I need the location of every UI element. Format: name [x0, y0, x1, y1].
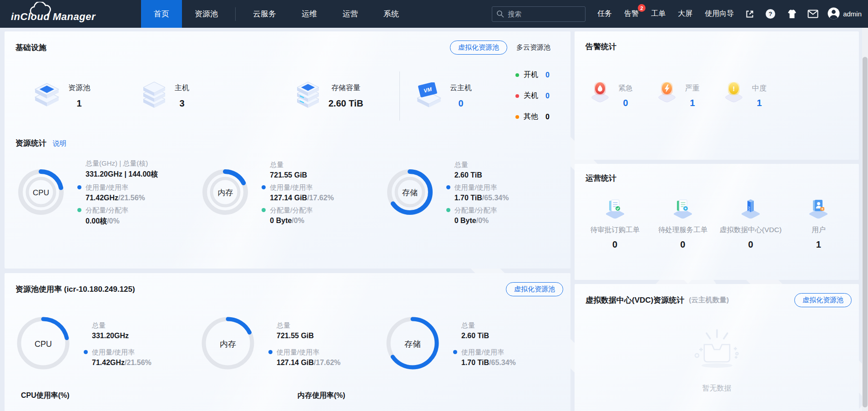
menu-item-system[interactable]: 系统 — [371, 0, 412, 28]
stat-resource-pool[interactable]: 资源池1 — [33, 82, 141, 110]
vdc-building-icon — [740, 197, 762, 221]
menu-item-cloud-service[interactable]: 云服务 — [240, 0, 289, 28]
stat-label: 资源池 — [68, 83, 90, 93]
alarm-count-badge: 2 — [638, 4, 646, 12]
resource-stats-title: 资源统计 — [15, 138, 46, 148]
op-pending-services[interactable]: 待处理服务工单 0 — [649, 197, 717, 250]
quick-links: 任务 告警2 工单 大屏 使用向导 — [597, 0, 734, 28]
operation-stats-title: 运营统计 — [585, 174, 616, 183]
stat-host[interactable]: 主机3 — [141, 81, 295, 111]
pool-usage-donut-row: CPU 总量331.20GHz 使用量/使用率71.42GHz/21.56% — [5, 296, 570, 372]
status-row-off[interactable]: 关机0 — [515, 91, 550, 101]
storage-usage-group: 存储 总量2.60 TiB 使用量/使用率1.70 TiB/65.34% — [386, 316, 570, 372]
vdc-header: 虚拟数据中心(VDC)资源统计 (云主机数量) 虚拟化资源池 — [575, 284, 859, 307]
search-input[interactable] — [492, 6, 585, 22]
infrastructure-header: 基础设施 虚拟化资源池 多云资源池 — [5, 31, 570, 55]
alert-label: 严重 — [685, 84, 700, 93]
tab-virtualization-pool[interactable]: 虚拟化资源池 — [450, 41, 507, 55]
blue-dot — [77, 185, 81, 189]
cpu-usage-group: CPU 总量331.20GHz 使用量/使用率71.42GHz/21.56% — [16, 316, 201, 372]
shirt-icon[interactable] — [786, 9, 797, 19]
cpu-donut-chart: CPU — [17, 168, 65, 218]
scrollbar-thumb[interactable] — [863, 57, 868, 407]
status-value: 0 — [545, 71, 550, 79]
service-ticket-icon — [672, 197, 694, 221]
op-vdc-count[interactable]: 虚拟数据中心(VDC) 0 — [717, 197, 785, 250]
total-row: 总量2.60 TiB — [446, 161, 509, 179]
stat-value: 1 — [76, 98, 81, 109]
op-value: 1 — [816, 239, 821, 250]
pool-usage-title: 资源池使用率 (icr-10.180.249.125) — [15, 284, 135, 294]
red-status-dot — [515, 94, 519, 98]
op-pending-orders[interactable]: 待审批订购工单 0 — [581, 197, 649, 250]
scrollbar-track[interactable] — [862, 28, 868, 411]
left-column: 基础设施 虚拟化资源池 多云资源池 资源池1 — [5, 31, 570, 411]
alert-critical[interactable]: 紧急0 — [588, 79, 655, 108]
status-value: 0 — [545, 92, 550, 100]
op-label: 待处理服务工单 — [658, 225, 708, 235]
alert-major[interactable]: 严重1 — [655, 79, 722, 108]
blue-dot — [453, 350, 457, 354]
stat-storage-capacity[interactable]: 存储容量2.60 TiB — [295, 81, 384, 111]
storage-donut-chart: 存储 — [386, 168, 434, 218]
vm-status-list: 开机0 关机0 其他0 — [515, 70, 550, 122]
status-row-on[interactable]: 开机0 — [515, 70, 550, 80]
alert-moderate[interactable]: ! 中度1 — [722, 79, 789, 108]
cpu-stat-group: CPU 总量(GHz) | 总量(核)331.20GHz | 144.00核 使… — [17, 159, 202, 226]
stat-label: 存储容量 — [331, 83, 360, 93]
guide-link[interactable]: 使用向导 — [705, 9, 734, 19]
op-label: 虚拟数据中心(VDC) — [720, 225, 782, 235]
blue-dot — [262, 185, 266, 189]
svg-text:?: ? — [769, 10, 772, 17]
big-screen-link[interactable]: 大屏 — [678, 9, 692, 19]
svg-text:!: ! — [733, 85, 735, 92]
op-value: 0 — [612, 239, 617, 250]
menu-divider — [235, 7, 236, 21]
usage-row: 使用量/使用率1.70 TiB/65.34% — [446, 183, 509, 202]
external-link-icon[interactable] — [745, 9, 755, 19]
help-link[interactable]: 说明 — [53, 139, 66, 148]
empty-box-icon — [683, 324, 751, 379]
alarms-link[interactable]: 告警2 — [624, 9, 639, 19]
resource-pool-icon — [33, 82, 61, 110]
status-row-other[interactable]: 其他0 — [515, 112, 550, 122]
menu-item-operation[interactable]: 运营 — [330, 0, 371, 28]
stat-value: 3 — [179, 98, 184, 109]
critical-alarm-icon — [588, 79, 614, 106]
alloc-row: 分配量/分配率0 Byte/0% — [446, 206, 509, 225]
main-menu: 首页 资源池 云服务 运维 运营 系统 — [141, 0, 412, 28]
mail-icon[interactable] — [807, 10, 818, 18]
total-row: 总量(GHz) | 总量(核)331.20GHz | 144.00核 — [77, 159, 158, 179]
alloc-row: 分配量/分配率0.00核/0% — [77, 206, 158, 226]
usage-row: 使用量/使用率71.42GHz/21.56% — [77, 183, 158, 202]
tasks-link[interactable]: 任务 — [597, 9, 612, 19]
usage-row: 使用量/使用率127.14 GiB/17.62% — [262, 183, 334, 202]
resource-donut-row: CPU 总量(GHz) | 总量(核)331.20GHz | 144.00核 使… — [5, 148, 570, 226]
alloc-row: 分配量/分配率0 Byte/0% — [262, 206, 334, 225]
blue-dot — [268, 350, 273, 354]
chart-titles-row: CPU使用率(%) 内存使用率(%) — [5, 391, 570, 401]
alert-value: 0 — [623, 98, 628, 108]
moderate-alarm-icon: ! — [722, 79, 747, 106]
tickets-link[interactable]: 工单 — [651, 9, 666, 19]
user-menu[interactable]: admin — [828, 0, 862, 28]
menu-item-ops[interactable]: 运维 — [289, 0, 330, 28]
menu-item-home[interactable]: 首页 — [141, 0, 182, 28]
tab-multicloud-pool[interactable]: 多云资源池 — [516, 43, 550, 52]
top-navbar: inCloud Manager 首页 资源池 云服务 运维 运营 系统 任务 告… — [0, 0, 868, 28]
blue-dot — [446, 185, 450, 189]
avatar-icon — [828, 7, 840, 21]
alert-items-row: 紧急0 严重1 ! 中度1 — [575, 52, 859, 108]
stat-cloud-vm[interactable]: VM 云主机0 — [400, 82, 499, 110]
pool-usage-pill[interactable]: 虚拟化资源池 — [506, 282, 563, 296]
help-icon[interactable]: ? — [765, 9, 776, 19]
right-column: 告警统计 紧急0 严重1 — [575, 31, 859, 411]
op-users[interactable]: 用户 1 — [785, 197, 853, 250]
vdc-pool-pill[interactable]: 虚拟化资源池 — [794, 293, 852, 307]
usage-row: 使用量/使用率127.14 GiB/17.62% — [268, 348, 341, 367]
menu-item-resource-pool[interactable]: 资源池 — [182, 0, 231, 28]
stat-value: 0 — [458, 98, 463, 109]
app-logo[interactable]: inCloud Manager — [0, 0, 141, 28]
memory-usage-chart-title: 内存使用率(%) — [298, 391, 345, 401]
green-status-dot — [515, 73, 519, 77]
